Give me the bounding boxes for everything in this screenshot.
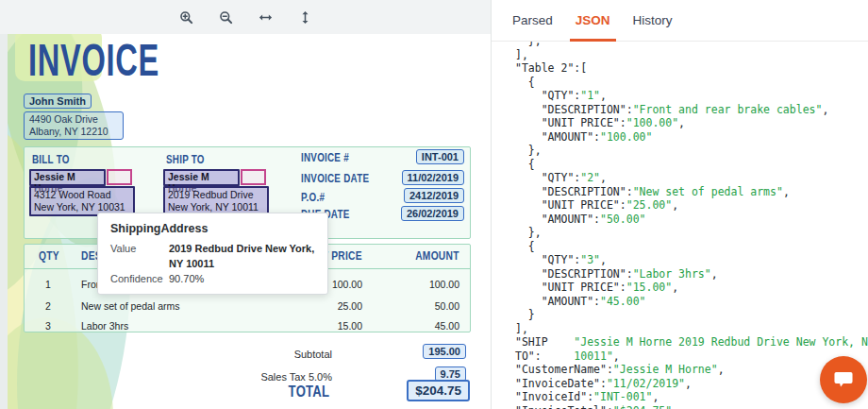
json-code-line: "DESCRIPTION":"New set of pedal arms", — [515, 185, 868, 199]
field-highlight-total[interactable]: $204.75 — [407, 380, 470, 401]
sender-address-line1: 4490 Oak Drive — [29, 113, 118, 126]
zoom-in-icon — [179, 10, 193, 25]
json-code-line: "InvoiceTotal":"$204.75" — [515, 404, 868, 409]
cell-amount: 45.00 — [435, 320, 459, 332]
zoom-out-icon — [219, 10, 233, 25]
sales-tax-label: Sales Tax 5.0% — [260, 371, 332, 383]
json-code-line: "InvoiceDate":"11/02/2019", — [515, 377, 868, 391]
sender-address-line2: Albany, NY 12210 — [29, 126, 118, 138]
field-highlight-sender-name[interactable]: John Smith — [24, 94, 92, 109]
shipping-address-line1: 2019 Redbud Drive — [168, 189, 264, 201]
cell-description: Labor 3hrs — [81, 320, 128, 332]
field-highlight-invoice-date[interactable]: 11/02/2019 — [402, 170, 464, 185]
json-code-line: }, — [515, 226, 868, 240]
field-highlight-shipping-name[interactable]: Jessie M Horne — [163, 169, 240, 186]
invoice-date-label: INVOICE DATE — [301, 172, 369, 185]
tooltip-value-label: Value — [110, 241, 169, 271]
json-code-line: "AMOUNT":"45.00" — [515, 295, 868, 309]
tab-parsed[interactable]: Parsed — [512, 0, 553, 41]
tooltip-value: 2019 Redbud Drive New York, NY 10011 — [169, 241, 315, 271]
tab-history[interactable]: History — [633, 0, 673, 41]
json-code-line: "UNIT PRICE":"100.00", — [515, 116, 868, 130]
json-code-line: "InvoiceId":"INT-001", — [515, 390, 868, 404]
field-highlight-pink[interactable] — [107, 169, 132, 185]
field-highlight-invoice-number[interactable]: INT-001 — [416, 149, 464, 164]
viewer-toolbar — [0, 0, 491, 34]
json-code-line: "UNIT PRICE":"15.00", — [515, 281, 868, 295]
invoice-title: INVOICE — [28, 38, 159, 83]
json-code-line: "QTY":"1", — [515, 89, 868, 103]
json-code-line: ], — [515, 48, 868, 62]
tooltip-value-row: Value 2019 Redbud Drive New York, NY 100… — [110, 241, 315, 271]
json-code-line: "AMOUNT":"50.00" — [515, 213, 868, 227]
qty-header: QTY — [39, 249, 59, 263]
json-code-line: TO": 10011", — [515, 349, 868, 364]
field-highlight-po-number[interactable]: 2412/2019 — [404, 188, 464, 203]
field-tooltip: ShippingAddress Value 2019 Redbud Drive … — [97, 213, 328, 295]
json-code-line: "AMOUNT":"100.00" — [515, 130, 868, 145]
billing-address-line1: 4312 Wood Road — [34, 189, 130, 201]
field-highlight-due-date[interactable]: 26/02/2019 — [401, 206, 464, 221]
document-viewer: INVOICE John Smith 4490 Oak Drive Albany… — [0, 0, 491, 409]
subtotal-label: Subtotal — [294, 349, 332, 360]
tab-json[interactable]: JSON — [576, 0, 610, 41]
tooltip-confidence-label: Confidence — [110, 271, 169, 286]
json-code-line: "QTY":"3", — [515, 253, 868, 267]
fit-width-icon — [259, 10, 273, 25]
fit-width-button[interactable] — [253, 5, 277, 29]
cell-qty: 2 — [45, 300, 51, 312]
fit-height-button[interactable] — [292, 5, 317, 29]
field-highlight-subtotal[interactable]: 195.00 — [423, 344, 466, 359]
po-number-label: P.O.# — [301, 191, 325, 204]
invoice-number-label: INVOICE # — [301, 151, 349, 164]
tooltip-title: ShippingAddress — [110, 222, 315, 235]
cell-unit-price: 25.00 — [338, 300, 362, 312]
json-code-line: ], — [515, 322, 868, 336]
chat-bubble-icon — [831, 367, 856, 392]
field-highlight-sender-address[interactable]: 4490 Oak Drive Albany, NY 12210 — [24, 111, 124, 140]
cell-unit-price: 15.00 — [338, 320, 362, 332]
json-code-line: "CustomerName":"Jessie M Horne", — [515, 363, 868, 377]
cell-unit-price: 100.00 — [332, 279, 362, 290]
json-code-line: "DESCRIPTION":"Front and rear brake cabl… — [515, 103, 868, 117]
field-highlight-billing-name[interactable]: Jessie M Horne — [29, 169, 106, 186]
results-panel: Parsed JSON History },],"Table 2":[ { "Q… — [491, 0, 868, 409]
cell-description: New set of pedal arms — [81, 300, 179, 312]
app: INVOICE John Smith 4490 Oak Drive Albany… — [0, 0, 868, 409]
cell-qty: 3 — [45, 320, 51, 332]
cell-amount: 50.00 — [435, 300, 459, 312]
json-code-line: }, — [515, 144, 868, 158]
cell-qty: 1 — [45, 279, 51, 290]
json-code-line: "Table 2":[ — [515, 61, 868, 76]
json-code-line: "SHIP "Jessie M Horne 2019 Redbud Drive … — [515, 335, 868, 349]
json-code-line: { — [515, 76, 868, 90]
json-code-line: { — [515, 240, 868, 254]
json-code-line: { — [515, 158, 868, 172]
bill-to-label: BILL TO — [32, 153, 70, 166]
json-view[interactable]: },],"Table 2":[ { "QTY":"1", "DESCRIPTIO… — [492, 42, 868, 409]
tab-bar: Parsed JSON History — [492, 0, 868, 42]
chat-widget-button[interactable] — [820, 356, 867, 403]
invoice-page: INVOICE John Smith 4490 Oak Drive Albany… — [8, 34, 491, 409]
cell-amount: 100.00 — [429, 279, 459, 290]
json-code-line: } — [515, 308, 868, 322]
amount-header: AMOUNT — [416, 249, 459, 263]
ship-to-label: SHIP TO — [166, 153, 205, 166]
zoom-out-button[interactable] — [213, 5, 238, 29]
tooltip-confidence: 90.70% — [169, 271, 204, 286]
json-code: },],"Table 2":[ { "QTY":"1", "DESCRIPTIO… — [492, 42, 868, 409]
tooltip-confidence-row: Confidence 90.70% — [110, 271, 315, 286]
zoom-in-button[interactable] — [174, 5, 198, 29]
total-label: TOTAL — [288, 383, 329, 400]
field-highlight-pink[interactable] — [241, 169, 266, 185]
json-code-line: "QTY":"2", — [515, 171, 868, 185]
json-code-line: "DESCRIPTION":"Labor 3hrs", — [515, 267, 868, 281]
fit-height-icon — [298, 10, 312, 25]
json-code-line: "UNIT PRICE":"25.00", — [515, 198, 868, 213]
